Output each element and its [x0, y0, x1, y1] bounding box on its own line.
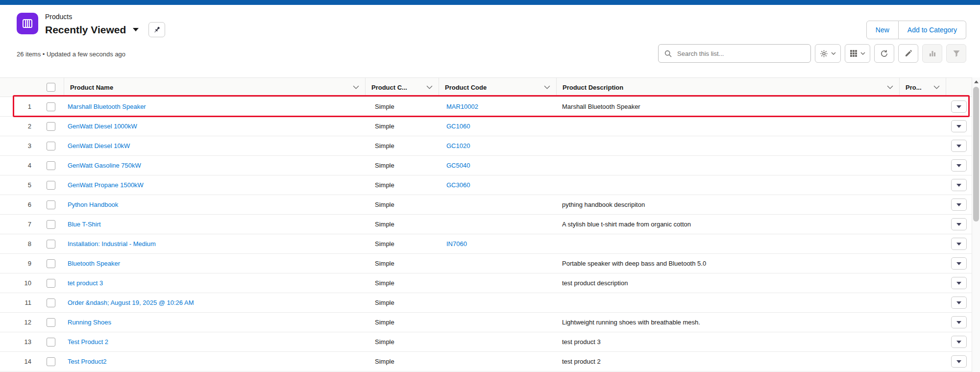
triangle-down-icon — [956, 125, 961, 128]
row-actions-button[interactable] — [951, 179, 967, 191]
product-code-link[interactable] — [439, 260, 446, 267]
product-class-value: Simple — [375, 181, 394, 189]
row-checkbox[interactable] — [47, 240, 55, 248]
row-actions-button[interactable] — [951, 355, 967, 368]
product-name-link[interactable]: Blue T-Shirt — [64, 221, 101, 228]
add-to-category-button[interactable]: Add to Category — [899, 21, 966, 39]
row-checkbox[interactable] — [47, 338, 55, 347]
product-code-link[interactable] — [439, 358, 446, 365]
table-controls-button[interactable] — [845, 44, 870, 63]
edit-inline-button[interactable] — [898, 44, 918, 63]
row-checkbox[interactable] — [47, 102, 55, 111]
table-row: 2 GenWatt Diesel 1000kW Simple GC1060 — [0, 117, 972, 136]
charts-button[interactable] — [922, 44, 942, 63]
row-checkbox[interactable] — [47, 122, 55, 131]
product-description-value: test product 2 — [562, 358, 601, 365]
row-actions-button[interactable] — [951, 140, 967, 152]
row-checkbox[interactable] — [47, 318, 55, 327]
row-actions-button[interactable] — [951, 277, 967, 289]
header-checkbox-cell — [38, 83, 64, 92]
chevron-down-icon — [860, 52, 865, 55]
vertical-scrollbar[interactable] — [972, 77, 980, 372]
product-name-link[interactable]: Test Product 2 — [64, 338, 108, 346]
column-header-product-description[interactable]: Product Description — [556, 78, 899, 97]
row-checkbox-cell — [38, 298, 64, 307]
product-name-link[interactable]: Running Shoes — [64, 319, 111, 326]
title-block: Products Recently Viewed — [45, 12, 165, 37]
table-grid-icon — [850, 50, 858, 57]
triangle-down-icon — [133, 28, 139, 31]
product-description-value: test product 3 — [562, 338, 601, 346]
row-actions-button[interactable] — [951, 316, 967, 328]
product-code-link[interactable]: IN7060 — [439, 240, 467, 248]
row-checkbox[interactable] — [47, 357, 55, 366]
product-code-link[interactable] — [439, 299, 446, 306]
row-actions-button[interactable] — [951, 218, 967, 230]
pin-list-view-button[interactable] — [148, 22, 165, 37]
chevron-down-icon[interactable] — [933, 85, 940, 89]
table-row: 3 GenWatt Diesel 10kW Simple GC1020 — [0, 136, 972, 156]
search-input[interactable] — [676, 50, 805, 58]
row-actions-button[interactable] — [951, 100, 967, 113]
row-checkbox[interactable] — [47, 200, 55, 209]
product-name-link[interactable]: GenWatt Diesel 10kW — [64, 142, 130, 149]
product-code-link[interactable]: GC5040 — [439, 162, 470, 169]
list-search-box[interactable] — [658, 44, 811, 63]
row-checkbox[interactable] — [47, 259, 55, 268]
product-name-link[interactable]: Order &ndash; August 19, 2025 @ 10:26 AM — [64, 299, 194, 306]
list-view-settings-button[interactable] — [815, 44, 841, 63]
row-number: 6 — [0, 201, 38, 208]
column-header-product-class[interactable]: Product C... — [365, 78, 439, 97]
product-name-link[interactable]: Installation: Industrial - Medium — [64, 240, 156, 248]
row-checkbox[interactable] — [47, 220, 55, 229]
row-actions-button[interactable] — [951, 120, 967, 132]
row-checkbox[interactable] — [47, 298, 55, 307]
product-code-link[interactable]: GC1020 — [439, 142, 470, 149]
product-code-link[interactable] — [439, 279, 446, 287]
select-all-checkbox[interactable] — [47, 83, 55, 92]
row-actions-button[interactable] — [951, 159, 967, 172]
chart-icon — [929, 50, 936, 57]
product-name-link[interactable]: tet product 3 — [64, 279, 103, 287]
column-header-product-truncated[interactable]: Pro... — [899, 78, 946, 97]
product-code-link[interactable]: GC1060 — [439, 123, 470, 130]
chevron-down-icon[interactable] — [353, 85, 359, 89]
row-actions-button[interactable] — [951, 238, 967, 250]
product-name-link[interactable]: Test Product2 — [64, 358, 107, 365]
row-actions-button[interactable] — [951, 336, 967, 348]
chevron-down-icon[interactable] — [887, 85, 893, 89]
row-checkbox[interactable] — [47, 279, 55, 288]
row-actions-button[interactable] — [951, 297, 967, 309]
product-code-link[interactable] — [439, 201, 446, 208]
product-name-link[interactable]: Marshall Bluetooth Speaker — [64, 103, 146, 110]
row-checkbox[interactable] — [47, 161, 55, 170]
refresh-button[interactable] — [874, 44, 894, 63]
product-name-link[interactable]: GenWatt Propane 1500kW — [64, 181, 144, 189]
product-class-value: Simple — [375, 221, 394, 228]
row-actions-button[interactable] — [951, 257, 967, 270]
column-header-product-name[interactable]: Product Name — [64, 78, 365, 97]
list-view-selector-button[interactable] — [130, 26, 142, 33]
product-code-link[interactable]: MAR10002 — [439, 103, 478, 110]
row-number: 9 — [0, 260, 38, 267]
filter-button[interactable] — [946, 44, 966, 63]
product-name-link[interactable]: Bluetooth Speaker — [64, 260, 120, 267]
product-code-link[interactable] — [439, 319, 446, 326]
product-class-value: Simple — [375, 103, 394, 110]
scrollbar-thumb[interactable] — [973, 87, 979, 222]
product-code-link[interactable]: GC3060 — [439, 181, 470, 189]
scrollbar-up-button[interactable] — [972, 77, 980, 86]
product-name-link[interactable]: Python Handbook — [64, 201, 118, 208]
new-button[interactable]: New — [866, 21, 899, 39]
product-name-link[interactable]: GenWatt Gasoline 750kW — [64, 162, 141, 169]
product-code-link[interactable] — [439, 221, 446, 228]
chevron-down-icon[interactable] — [544, 85, 550, 89]
table-row: 11 Order &ndash; August 19, 2025 @ 10:26… — [0, 293, 972, 313]
row-actions-button[interactable] — [951, 198, 967, 211]
row-checkbox[interactable] — [47, 181, 55, 190]
column-header-product-code[interactable]: Product Code — [439, 78, 556, 97]
row-checkbox[interactable] — [47, 142, 55, 150]
chevron-down-icon[interactable] — [426, 85, 433, 89]
product-name-link[interactable]: GenWatt Diesel 1000kW — [64, 123, 137, 130]
product-code-link[interactable] — [439, 338, 446, 346]
